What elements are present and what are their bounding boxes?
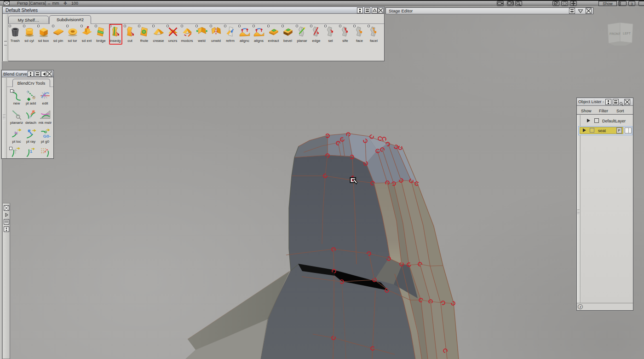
svg-text:FRONT: FRONT [610,32,621,35]
svg-text:1: 1 [30,149,33,154]
svg-text:G0-: G0- [43,133,51,139]
svg-text:LEFT: LEFT [623,32,631,35]
